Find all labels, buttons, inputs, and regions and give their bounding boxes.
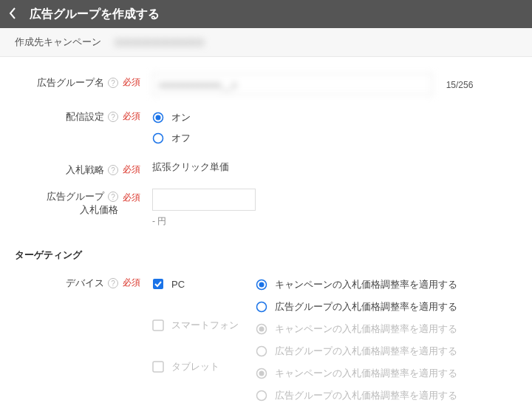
- svg-rect-3: [153, 279, 163, 289]
- required-badge: 必須: [123, 77, 140, 87]
- bid-price-label-2: 入札価格: [80, 203, 118, 217]
- bid-strategy-value: 拡張クリック単価: [152, 158, 229, 172]
- campaign-subheader: 作成先キャンペーン XXXXXXXXXXXXXX: [0, 28, 532, 57]
- help-icon[interactable]: ?: [108, 112, 118, 122]
- svg-rect-5: [153, 362, 163, 372]
- delivery-off-radio[interactable]: [152, 132, 164, 144]
- svg-point-7: [259, 282, 265, 288]
- svg-point-11: [257, 347, 267, 356]
- svg-point-14: [257, 391, 267, 401]
- row-bid-strategy: 入札戦略 ? 必須 拡張クリック単価: [15, 155, 517, 183]
- delivery-off-label: オフ: [171, 132, 191, 145]
- pc-adj-campaign-label: キャンペーンの入札価格調整率を適用する: [275, 278, 457, 291]
- device-tb-checkbox[interactable]: [152, 361, 164, 373]
- delivery-on-label: オン: [171, 111, 191, 124]
- delivery-label: 配信設定: [66, 110, 104, 123]
- adgroup-name-input[interactable]: [152, 73, 433, 95]
- adgroup-name-counter: 15/256: [446, 80, 474, 90]
- tb-adj-adgroup-label: 広告グループの入札価格調整率を適用する: [275, 389, 457, 402]
- svg-point-1: [156, 115, 161, 121]
- pc-adj-adgroup-radio[interactable]: [256, 301, 267, 313]
- sp-adj-campaign-radio: [256, 323, 267, 335]
- help-icon[interactable]: ?: [108, 78, 118, 88]
- required-badge: 必須: [123, 111, 140, 121]
- required-badge: 必須: [123, 164, 140, 175]
- pc-adj-campaign-radio[interactable]: [256, 279, 267, 291]
- required-badge: 必須: [123, 277, 140, 288]
- bid-strategy-label: 入札戦略: [66, 163, 104, 177]
- tb-adj-campaign-radio: [256, 368, 267, 379]
- row-device: デバイス ? 必須 PC: [15, 268, 517, 403]
- device-pc-label: PC: [171, 279, 185, 290]
- row-delivery: 配信設定 ? 必須 オン オフ: [15, 101, 517, 155]
- device-label: デバイス: [66, 277, 104, 290]
- device-sp-label: スマートフォン: [171, 319, 239, 332]
- help-icon[interactable]: ?: [108, 165, 118, 175]
- tb-adj-adgroup-radio: [256, 390, 267, 402]
- svg-rect-4: [153, 320, 163, 331]
- page-header: 広告グループを作成する: [0, 0, 532, 28]
- row-bid-price: 広告グループ ? 入札価格 必須 - 円: [15, 183, 517, 234]
- campaign-name: XXXXXXXXXXXXXX: [115, 37, 204, 48]
- back-icon[interactable]: [9, 7, 22, 21]
- targeting-section-title: ターゲティング: [15, 248, 517, 262]
- delivery-on-radio[interactable]: [152, 112, 164, 123]
- campaign-label: 作成先キャンペーン: [15, 35, 101, 49]
- device-pc-checkbox[interactable]: [152, 278, 164, 290]
- svg-point-8: [257, 302, 267, 312]
- bid-price-note: - 円: [152, 215, 517, 228]
- required-badge: 必須: [123, 192, 140, 203]
- help-icon[interactable]: ?: [108, 192, 118, 202]
- row-adgroup-name: 広告グループ名 ? 必須 15/256: [15, 67, 517, 101]
- sp-adj-adgroup-radio: [256, 345, 267, 357]
- sp-adj-campaign-label: キャンペーンの入札価格調整率を適用する: [275, 322, 457, 336]
- svg-point-10: [259, 327, 265, 332]
- tb-adj-campaign-label: キャンペーンの入札価格調整率を適用する: [275, 367, 457, 380]
- bid-price-label-1: 広告グループ: [47, 190, 104, 203]
- sp-adj-adgroup-label: 広告グループの入札価格調整率を適用する: [275, 345, 457, 358]
- svg-point-13: [259, 371, 265, 376]
- pc-adj-adgroup-label: 広告グループの入札価格調整率を適用する: [275, 300, 457, 314]
- svg-point-2: [154, 134, 163, 143]
- device-tb-label: タブレット: [171, 360, 219, 373]
- adgroup-name-label: 広告グループ名: [37, 76, 104, 89]
- device-sp-checkbox[interactable]: [152, 319, 164, 331]
- bid-price-input[interactable]: [152, 189, 256, 211]
- page-title: 広告グループを作成する: [30, 7, 160, 22]
- help-icon[interactable]: ?: [108, 278, 118, 288]
